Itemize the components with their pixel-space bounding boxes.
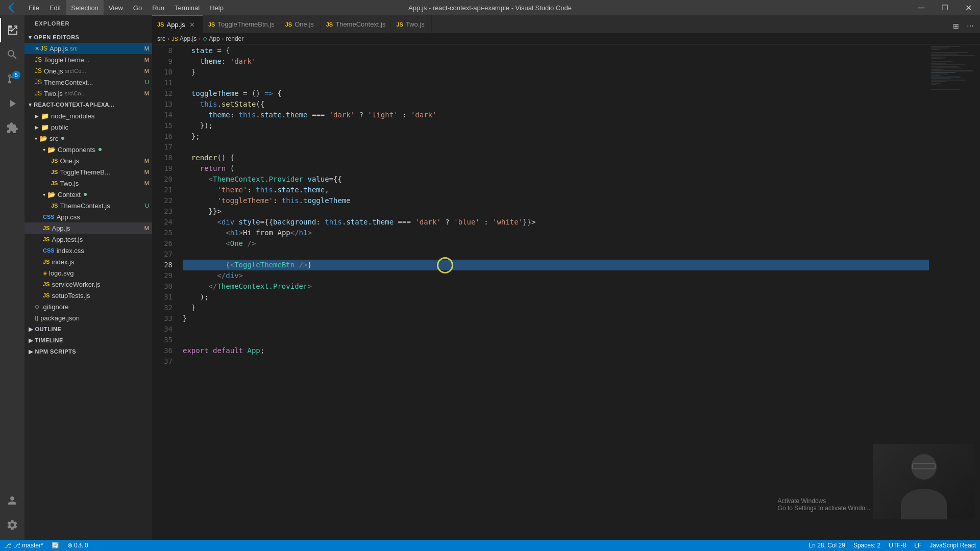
file-appcss[interactable]: CSS App.css [24, 211, 152, 222]
line-numbers: 8 9 10 11 12 13 14 15 16 17 18 19 20 21 … [152, 44, 178, 540]
split-editor-button[interactable]: ⊞ [949, 19, 963, 33]
line-num: 18 [152, 153, 173, 163]
main-container: 5 Explorer ▾ Open Editors ✕ [0, 15, 980, 540]
activity-icon-settings[interactable] [0, 513, 24, 537]
file-serviceworker[interactable]: JS serviceWorker.js [24, 279, 152, 290]
activity-icon-source-control[interactable]: 5 [0, 67, 24, 91]
activity-icon-search[interactable] [0, 42, 24, 67]
file-indexjs[interactable]: JS index.js [24, 256, 152, 267]
timeline-header[interactable]: ▶ TIMELINE [24, 335, 152, 346]
folder-icon: 📁 [41, 112, 49, 120]
outline-header[interactable]: ▶ OUTLINE [24, 323, 152, 335]
file-name: serviceWorker.js [52, 281, 100, 288]
open-editor-file-themecontext[interactable]: JS ThemeContext... U [24, 77, 152, 88]
code-line: toggleTheme = () => { [183, 88, 929, 99]
file-themecontext[interactable]: JS ThemeContext.js U [24, 200, 152, 211]
menu-help[interactable]: Help [205, 0, 229, 15]
npm-scripts-label: NPM SCRIPTS [35, 348, 77, 355]
line-num: 36 [152, 345, 173, 356]
menu-terminal[interactable]: Terminal [169, 0, 205, 15]
status-right: Ln 28, Col 29 Spaces: 2 UTF-8 LF JavaScr… [805, 540, 980, 551]
close-icon[interactable]: ✕ [35, 45, 39, 52]
tab-themecontextjs[interactable]: JS ThemeContext.js [321, 15, 391, 33]
folder-context[interactable]: ▾ 📂 Context [24, 189, 152, 200]
folder-icon: 📂 [47, 191, 56, 198]
breadcrumb-app[interactable]: App [209, 35, 219, 42]
code-line: }}> [183, 206, 929, 217]
line-ending-status[interactable]: LF [910, 540, 925, 551]
tab-twojs[interactable]: JS Two.js [391, 15, 432, 33]
open-editor-file-twojs[interactable]: JS Two.js src\Co... M [24, 88, 152, 99]
file-apptestjs[interactable]: JS App.test.js [24, 234, 152, 245]
titlebar-controls: ─ ❐ ✕ [910, 0, 980, 15]
file-appjs-tree[interactable]: JS App.js M [24, 222, 152, 234]
folder-src[interactable]: ▾ 📂 src [24, 133, 152, 144]
indentation-status[interactable]: Spaces: 2 [849, 540, 885, 551]
language-mode-status[interactable]: JavaScript React [925, 540, 980, 551]
modified-dot [99, 148, 102, 151]
modified-indicator: U [145, 203, 149, 209]
encoding-status[interactable]: UTF-8 [885, 540, 910, 551]
file-gitignore[interactable]: ⊙ .gitignore [24, 301, 152, 312]
cursor-position-status[interactable]: Ln 28, Col 29 [805, 540, 849, 551]
more-actions-button[interactable]: ⋯ [963, 19, 977, 33]
menu-file[interactable]: File [23, 0, 44, 15]
menu-edit[interactable]: Edit [44, 0, 66, 15]
editor-area: JS App.js ✕ JS ToggleThemeBtn.js JS One.… [152, 15, 980, 540]
code-line: return ( [183, 163, 929, 174]
activity-icon-accounts[interactable] [0, 488, 24, 513]
code-content[interactable]: state = { theme: 'dark' } toggleTheme = … [178, 44, 929, 540]
folder-public[interactable]: ▶ 📁 public [24, 121, 152, 133]
sync-icon: 🔄 [52, 542, 59, 549]
minimize-button[interactable]: ─ [910, 0, 933, 15]
line-num: 23 [152, 206, 173, 217]
menu-go[interactable]: Go [128, 0, 147, 15]
file-indexcss[interactable]: CSS index.css [24, 245, 152, 256]
line-num: 12 [152, 88, 173, 99]
line-num: 9 [152, 56, 173, 67]
sidebar-header: Explorer [24, 15, 152, 32]
activity-icon-run[interactable] [0, 91, 24, 116]
project-header[interactable]: ▾ REACT-CONTEXT-API-EXA... [24, 99, 152, 110]
line-num: 29 [152, 270, 173, 281]
folder-name: src [50, 135, 58, 142]
sync-status[interactable]: 🔄 [47, 540, 63, 551]
menu-run[interactable]: Run [147, 0, 169, 15]
branch-status[interactable]: ⎇ ⎇ master* [0, 540, 47, 551]
js-file-icon: JS [51, 180, 58, 186]
modified-indicator: M [144, 68, 149, 74]
code-line: }); [183, 120, 929, 131]
file-packagejson[interactable]: {} package.json [24, 312, 152, 323]
breadcrumb-src[interactable]: src [157, 35, 165, 42]
npm-scripts-header[interactable]: ▶ NPM SCRIPTS [24, 346, 152, 357]
open-editor-file-onejs[interactable]: JS One.js src\Co... M [24, 65, 152, 77]
menu-view[interactable]: View [104, 0, 128, 15]
errors-status[interactable]: ⊗ 0 ⚠ 0 [63, 540, 92, 551]
tab-togglethemebtnjs[interactable]: JS ToggleThemeBtn.js [203, 15, 280, 33]
restore-button[interactable]: ❐ [933, 0, 957, 15]
menu-selection[interactable]: Selection [66, 0, 103, 15]
close-button[interactable]: ✕ [957, 0, 980, 15]
file-setuptests[interactable]: JS setupTests.js [24, 290, 152, 301]
file-onejs[interactable]: JS One.js M [24, 155, 152, 166]
activity-icon-explorer[interactable] [0, 18, 24, 42]
activity-icon-extensions[interactable] [0, 116, 24, 140]
folder-node-modules[interactable]: ▶ 📁 node_modules [24, 110, 152, 121]
tab-onejs[interactable]: JS One.js [280, 15, 321, 33]
file-twojs-component[interactable]: JS Two.js M [24, 178, 152, 189]
npm-scripts-arrow: ▶ [29, 348, 33, 355]
file-logosvg[interactable]: ◈ logo.svg [24, 267, 152, 279]
folder-components[interactable]: ▾ 📂 Components [24, 144, 152, 155]
tab-appjs[interactable]: JS App.js ✕ [152, 15, 203, 33]
breadcrumb-appjs[interactable]: App.js [180, 35, 197, 42]
file-togglethemebtn[interactable]: JS ToggleThemeB... M [24, 166, 152, 178]
breadcrumb-render[interactable]: render [226, 35, 244, 42]
open-editors-header[interactable]: ▾ Open Editors [24, 32, 152, 43]
code-editor: 8 9 10 11 12 13 14 15 16 17 18 19 20 21 … [152, 44, 980, 540]
open-editor-file-appjs[interactable]: ✕ JS App.js src M [24, 43, 152, 54]
timeline-label: TIMELINE [35, 337, 63, 343]
timeline-arrow: ▶ [29, 337, 33, 344]
npm-scripts-section: ▶ NPM SCRIPTS [24, 346, 152, 357]
open-editor-file-toggletheme[interactable]: JS ToggleTheme... M [24, 54, 152, 65]
tab-close-icon[interactable]: ✕ [189, 21, 195, 29]
